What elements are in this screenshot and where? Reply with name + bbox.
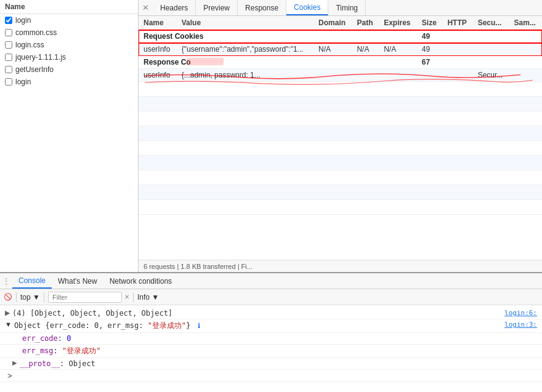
- cookie-http: [442, 43, 472, 56]
- cookie-value: {"username":"admin","password":"1...: [177, 43, 313, 56]
- empty-row: [139, 111, 542, 126]
- clear-console-icon[interactable]: 🚫: [4, 293, 12, 301]
- sidebar-file-label: jquery-1.11.1.js: [15, 53, 66, 62]
- cookie-domain: N/A: [313, 43, 352, 56]
- sidebar-file-label: getUserInfo: [15, 65, 54, 74]
- tab-timing[interactable]: Timing: [328, 0, 366, 15]
- console-child-proto: ▶ __proto__: Object: [0, 358, 542, 370]
- console-text-1: (4) [Object, Object, Object, Object]: [12, 309, 504, 318]
- sidebar-file-label: login: [15, 16, 31, 25]
- col-secure: Secu...: [473, 16, 509, 30]
- tab-headers[interactable]: Headers: [153, 0, 196, 15]
- empty-row: [139, 156, 542, 170]
- col-name: Name: [139, 16, 177, 30]
- resc-secure: [473, 56, 509, 69]
- console-child-err-code: err_code: 0: [0, 333, 542, 345]
- resc-same: [509, 56, 542, 69]
- resc-http: [442, 56, 472, 69]
- resp-cookie-size: [417, 69, 443, 82]
- request-cookies-row-1: userInfo {"username":"admin","password":…: [139, 43, 542, 56]
- empty-row: [139, 170, 542, 185]
- bottom-panel-menu-icon[interactable]: ⋮: [2, 277, 10, 286]
- info-icon[interactable]: ℹ: [198, 322, 200, 330]
- empty-row: [139, 141, 542, 156]
- request-cookies-size: 49: [417, 30, 443, 43]
- bottom-panel: ⋮ Console What's New Network conditions …: [0, 272, 542, 392]
- context-dropdown-icon[interactable]: ▼: [33, 293, 40, 302]
- cookie-secure: [473, 43, 509, 56]
- toolbar-divider-3: [133, 292, 134, 302]
- col-http: HTTP: [442, 16, 472, 30]
- resp-cookie-secure: Secur...: [473, 69, 509, 82]
- empty-row: [139, 97, 542, 111]
- resp-cookie-value: {...admin, password: 1...: [177, 69, 313, 82]
- tab-cookies[interactable]: Cookies: [286, 0, 328, 15]
- sidebar-file-label: login.css: [15, 41, 44, 49]
- col-domain: Domain: [313, 16, 352, 30]
- console-child-err-msg: err_msg: "登录成功": [0, 345, 542, 358]
- cookie-expires: N/A: [379, 43, 417, 56]
- resp-cookie-expires: [379, 69, 417, 82]
- status-bar: 6 requests | 1.8 KB transferred | Fi...: [139, 260, 542, 272]
- resp-cookie-path: [352, 69, 379, 82]
- collapse-arrow-2[interactable]: ▼: [5, 321, 12, 328]
- cookie-name: userInfo: [139, 43, 177, 56]
- cookies-table-area: Name Value Domain Path Expires Size HTTP…: [139, 16, 542, 260]
- sidebar-item-jquery[interactable]: jquery-1.11.1.js: [0, 51, 138, 63]
- resp-cookie-name: userInfo: [139, 69, 177, 82]
- response-cookies-row-1: userInfo {...admin, password: 1... Secur…: [139, 69, 542, 82]
- response-cookies-header-row: Response Co 67: [139, 56, 542, 69]
- file-list: Name login common.css login.css jquery-1…: [0, 0, 139, 272]
- empty-row: [139, 126, 542, 141]
- console-line-2: ▼ Object {err_code: 0, err_msg: "登录成功"} …: [0, 319, 542, 333]
- sidebar-header: Name: [0, 0, 138, 14]
- resp-cookie-same: [509, 69, 542, 82]
- tab-close-icon[interactable]: ✕: [139, 3, 153, 12]
- status-text: 6 requests | 1.8 KB transferred | Fi...: [144, 263, 253, 270]
- rc-http: [442, 30, 472, 43]
- collapse-arrow-1[interactable]: ▶: [5, 309, 10, 317]
- tab-whats-new[interactable]: What's New: [52, 274, 103, 288]
- sidebar-item-login-1[interactable]: login: [0, 14, 138, 26]
- main-panel: ✕ Headers Preview Response Cookies Timin…: [139, 0, 542, 272]
- col-value: Value: [177, 16, 313, 30]
- cookie-size: 49: [417, 43, 443, 56]
- toolbar-divider-2: [44, 292, 44, 302]
- tab-console[interactable]: Console: [12, 274, 52, 289]
- sidebar-item-login-css[interactable]: login.css: [0, 39, 138, 51]
- sidebar-item-getuserinfo[interactable]: getUserInfo: [0, 63, 138, 76]
- response-cookies-label: Response Co: [139, 56, 417, 69]
- col-samesite: Sam...: [509, 16, 542, 30]
- sidebar-item-common-css[interactable]: common.css: [0, 26, 138, 39]
- bottom-tabs-bar: ⋮ Console What's New Network conditions: [0, 273, 542, 289]
- resp-cookie-domain: [313, 69, 352, 82]
- sidebar-file-label: login: [15, 78, 31, 86]
- console-link-1[interactable]: login:6:: [504, 309, 537, 317]
- console-link-2[interactable]: login:3:: [504, 321, 537, 329]
- console-text-2: Object {err_code: 0, err_msg: "登录成功"} ℹ: [14, 321, 504, 331]
- resp-cookie-http: [442, 69, 472, 82]
- request-cookies-header-row: Request Cookies 49: [139, 30, 542, 43]
- proto-arrow[interactable]: ▶: [12, 359, 17, 366]
- empty-row: [139, 200, 542, 215]
- severity-select[interactable]: Info ▼: [137, 293, 159, 302]
- sidebar-file-label: common.css: [15, 28, 57, 37]
- rc-secure: [473, 30, 509, 43]
- sidebar-item-login-2[interactable]: login: [0, 76, 138, 88]
- col-path: Path: [352, 16, 379, 30]
- cookie-path: N/A: [352, 43, 379, 56]
- col-size: Size: [417, 16, 443, 30]
- severity-dropdown-icon[interactable]: ▼: [152, 293, 159, 302]
- console-prompt-line[interactable]: >: [0, 370, 542, 382]
- console-filter-input[interactable]: [48, 292, 122, 303]
- toolbar-divider: [16, 292, 17, 302]
- tab-response[interactable]: Response: [238, 0, 286, 15]
- col-expires: Expires: [379, 16, 417, 30]
- empty-row: [139, 185, 542, 200]
- rc-same: [509, 30, 542, 43]
- console-toolbar: 🚫 top ▼ ✕ Info ▼: [0, 289, 542, 305]
- tab-preview[interactable]: Preview: [196, 0, 238, 15]
- tab-network-conditions[interactable]: Network conditions: [103, 274, 178, 288]
- filter-clear-icon[interactable]: ✕: [124, 294, 129, 300]
- console-line-1: ▶ (4) [Object, Object, Object, Object] l…: [0, 308, 542, 319]
